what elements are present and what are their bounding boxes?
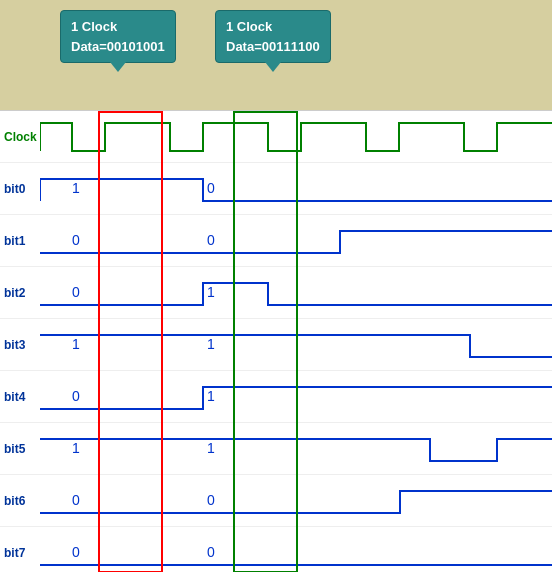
signal-label-bit5: bit5 (0, 442, 40, 456)
svg-text:1: 1 (207, 388, 215, 404)
waveform-area: Clock bit0 1 0 bit1 0 0 (0, 110, 552, 572)
wave-bit7: 0 0 (40, 527, 552, 572)
tooltip1-line1: 1 Clock (71, 19, 117, 34)
tooltip2-line1: 1 Clock (226, 19, 272, 34)
signal-label-bit3: bit3 (0, 338, 40, 352)
signal-row-bit4: bit4 0 1 (0, 371, 552, 423)
wave-bit6: 0 0 (40, 475, 552, 527)
signal-row-clock: Clock (0, 111, 552, 163)
wave-clock (40, 111, 552, 163)
signal-label-bit7: bit7 (0, 546, 40, 560)
wave-bit1: 0 0 (40, 215, 552, 267)
signal-label-bit1: bit1 (0, 234, 40, 248)
svg-text:1: 1 (72, 336, 80, 352)
wave-bit2: 0 1 (40, 267, 552, 319)
signal-label-bit2: bit2 (0, 286, 40, 300)
svg-text:0: 0 (72, 492, 80, 508)
tooltip-clock2: 1 Clock Data=00111100 (215, 10, 331, 63)
svg-text:0: 0 (207, 180, 215, 196)
wave-bit0: 1 0 (40, 163, 552, 215)
signal-row-bit0: bit0 1 0 (0, 163, 552, 215)
svg-text:0: 0 (72, 544, 80, 560)
svg-text:0: 0 (207, 544, 215, 560)
signal-row-bit6: bit6 0 0 (0, 475, 552, 527)
tooltip1-line2: Data=00101001 (71, 39, 165, 54)
svg-text:1: 1 (72, 440, 80, 456)
svg-text:1: 1 (207, 440, 215, 456)
signal-label-clock: Clock (0, 130, 40, 144)
signal-label-bit0: bit0 (0, 182, 40, 196)
svg-text:1: 1 (207, 284, 215, 300)
signal-row-bit5: bit5 1 1 (0, 423, 552, 475)
signal-label-bit4: bit4 (0, 390, 40, 404)
svg-text:1: 1 (72, 180, 80, 196)
signal-row-bit3: bit3 1 1 (0, 319, 552, 371)
tooltip-clock1: 1 Clock Data=00101001 (60, 10, 176, 63)
wave-bit5: 1 1 (40, 423, 552, 475)
signal-label-bit6: bit6 (0, 494, 40, 508)
wave-bit4: 0 1 (40, 371, 552, 423)
svg-text:0: 0 (72, 388, 80, 404)
signal-row-bit2: bit2 0 1 (0, 267, 552, 319)
tooltip2-line2: Data=00111100 (226, 39, 320, 54)
signal-row-bit7: bit7 0 0 (0, 527, 552, 572)
tooltip-area: 1 Clock Data=00101001 1 Clock Data=00111… (0, 0, 552, 110)
svg-text:0: 0 (207, 492, 215, 508)
svg-text:0: 0 (72, 284, 80, 300)
signal-row-bit1: bit1 0 0 (0, 215, 552, 267)
wave-bit3: 1 1 (40, 319, 552, 371)
svg-text:0: 0 (72, 232, 80, 248)
svg-text:0: 0 (207, 232, 215, 248)
svg-text:1: 1 (207, 336, 215, 352)
